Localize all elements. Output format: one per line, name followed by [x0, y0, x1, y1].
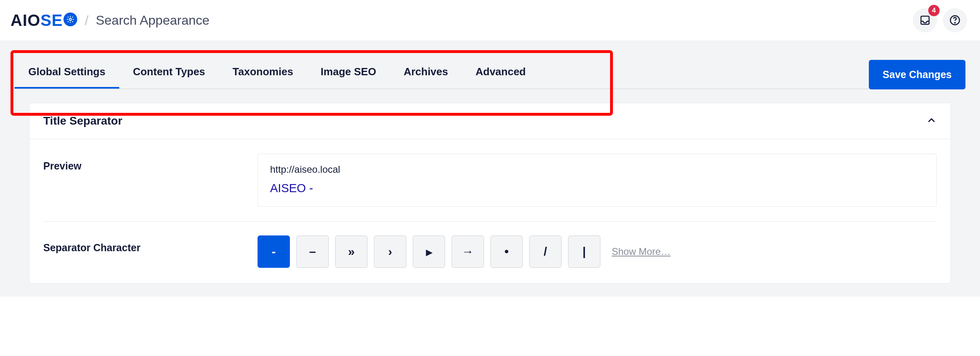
- separator-rsaquo[interactable]: ›: [374, 235, 406, 268]
- svg-point-3: [955, 23, 955, 23]
- tab-global-settings[interactable]: Global Settings: [15, 57, 119, 89]
- divider: [43, 221, 937, 222]
- notifications-badge: 4: [928, 5, 940, 16]
- separator-label: Separator Character: [43, 235, 258, 254]
- separator-slash[interactable]: /: [529, 235, 562, 268]
- preview-row: Preview http://aiseo.local AISEO -: [43, 154, 937, 207]
- brand-aio: AIO: [11, 12, 40, 28]
- preview-box: http://aiseo.local AISEO -: [258, 154, 937, 207]
- separator-options: - – » › ▸ → • / | Show More…: [258, 235, 937, 268]
- gear-icon: [63, 13, 77, 26]
- separator-pipe[interactable]: |: [568, 235, 600, 268]
- separator-ndash[interactable]: –: [296, 235, 329, 268]
- top-bar: AIOSE / Search Appearance 4: [0, 0, 980, 40]
- tab-advanced[interactable]: Advanced: [462, 57, 539, 89]
- brand-se: SE: [40, 12, 63, 28]
- brand-logo[interactable]: AIOSE: [11, 12, 77, 28]
- save-changes-button[interactable]: Save Changes: [869, 60, 965, 89]
- svg-point-0: [70, 18, 72, 20]
- tabbar: Global Settings Content Types Taxonomies…: [15, 57, 965, 89]
- sub-header: Global Settings Content Types Taxonomies…: [0, 40, 980, 297]
- preview-label: Preview: [43, 154, 258, 172]
- separator-triangle[interactable]: ▸: [413, 235, 445, 268]
- separator-content: - – » › ▸ → • / | Show More…: [258, 235, 937, 268]
- topbar-left: AIOSE / Search Appearance: [11, 12, 209, 28]
- page-title: Search Appearance: [96, 13, 209, 28]
- separator-raquo[interactable]: »: [335, 235, 368, 268]
- tab-taxonomies[interactable]: Taxonomies: [219, 57, 307, 89]
- separator-bullet[interactable]: •: [490, 235, 523, 268]
- help-button[interactable]: [943, 8, 967, 32]
- panel-body: Preview http://aiseo.local AISEO - Separ…: [30, 139, 950, 283]
- tabbar-container: Global Settings Content Types Taxonomies…: [15, 57, 965, 89]
- notifications-button[interactable]: 4: [913, 8, 937, 32]
- preview-content: http://aiseo.local AISEO -: [258, 154, 937, 207]
- tab-image-seo[interactable]: Image SEO: [307, 57, 390, 89]
- separator-arrow[interactable]: →: [452, 235, 484, 268]
- topbar-right: 4: [913, 8, 967, 32]
- breadcrumb-separator: /: [84, 13, 88, 28]
- show-more-link[interactable]: Show More…: [612, 246, 670, 257]
- panel-header[interactable]: Title Separator: [30, 103, 950, 139]
- panel-title: Title Separator: [43, 114, 122, 127]
- tab-content-types[interactable]: Content Types: [119, 57, 219, 89]
- separator-dash[interactable]: -: [258, 235, 290, 268]
- separator-row: Separator Character - – » › ▸ → • / | Sh…: [43, 235, 937, 268]
- tab-archives[interactable]: Archives: [390, 57, 462, 89]
- preview-url: http://aiseo.local: [270, 164, 924, 175]
- chevron-up-icon: [926, 115, 937, 127]
- title-separator-panel: Title Separator Preview http://aiseo.loc…: [29, 103, 951, 284]
- preview-title: AISEO -: [270, 182, 924, 195]
